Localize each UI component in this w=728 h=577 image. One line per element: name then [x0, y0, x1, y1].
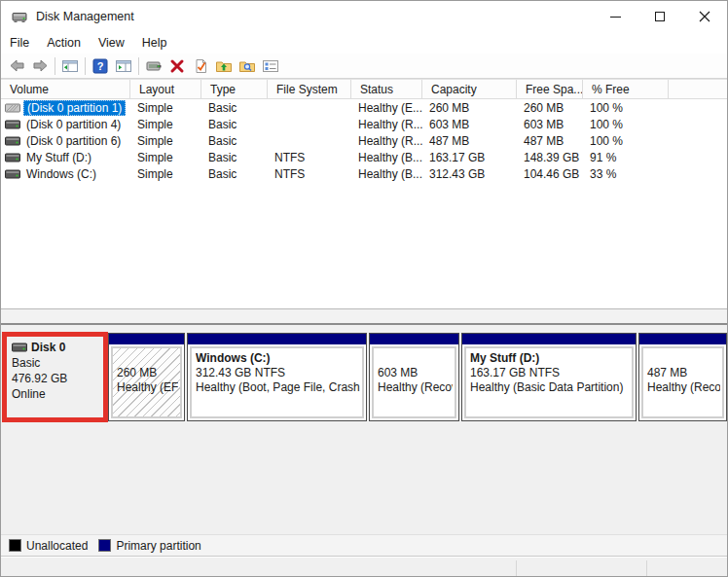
column-header-volume[interactable]: Volume	[1, 80, 130, 99]
volume-name-selected[interactable]: (Disk 0 partition 1)	[23, 100, 126, 116]
column-header-pct-free[interactable]: % Free	[583, 80, 669, 99]
column-header-type[interactable]: Type	[201, 80, 268, 99]
close-icon	[699, 11, 710, 22]
disk0-header-cell[interactable]: Disk 0 Basic 476.92 GB Online	[7, 337, 103, 417]
volume-cell: (Disk 0 partition 4)	[1, 118, 130, 131]
forward-icon	[32, 58, 49, 73]
forward-button[interactable]	[28, 55, 52, 77]
file-system-cell: NTFS	[268, 151, 351, 164]
partition-size: 163.17 GB NTFS	[470, 366, 630, 380]
free-space-cell: 260 MB	[517, 101, 583, 115]
primary-partition-bar	[370, 334, 458, 344]
partition-efi[interactable]: 260 MB Healthy (EFI	[108, 333, 185, 421]
capacity-cell: 163.17 GB	[422, 151, 517, 164]
table-row[interactable]: (Disk 0 partition 4) Simple Basic Health…	[1, 116, 727, 132]
partition-recovery-2[interactable]: 487 MB Healthy (Recov	[638, 333, 727, 421]
legend-item-primary-partition: Primary partition	[98, 539, 200, 553]
volume-name[interactable]: My Stuff (D:)	[23, 151, 94, 164]
type-cell: Basic	[201, 118, 268, 131]
title-bar: Disk Management	[1, 1, 727, 32]
table-row[interactable]: (Disk 0 partition 1) Simple Basic Health…	[1, 99, 727, 116]
column-header-status[interactable]: Status	[351, 80, 422, 99]
volume-name[interactable]: (Disk 0 partition 4)	[23, 118, 124, 131]
check-document-button[interactable]	[189, 55, 212, 77]
partition-body: My Stuff (D:) 163.17 GB NTFS Healthy (Ba…	[464, 346, 634, 418]
free-space-cell: 148.39 GB	[517, 151, 583, 164]
volume-table-header: Volume Layout Type File System Status Ca…	[1, 79, 727, 99]
folder-up-button[interactable]	[212, 55, 236, 77]
free-space-cell: 104.46 GB	[517, 167, 583, 181]
checklist-button[interactable]	[259, 55, 282, 77]
capacity-cell: 487 MB	[422, 134, 517, 148]
disk-name: Disk 0	[31, 340, 65, 355]
partition-icon	[5, 120, 20, 129]
disk-graphical-pane: Disk 0 Basic 476.92 GB Online 260 MB Hea…	[1, 325, 727, 534]
checklist-icon	[262, 58, 279, 74]
toolbar: ?	[1, 54, 727, 79]
partition-windows-c[interactable]: Windows (C:) 312.43 GB NTFS Healthy (Boo…	[187, 333, 367, 421]
delete-volume-button[interactable]	[165, 55, 189, 77]
column-header-filler	[669, 80, 727, 99]
table-row[interactable]: Windows (C:) Simple Basic NTFS Healthy (…	[1, 165, 727, 182]
partition-my-stuff-d[interactable]: My Stuff (D:) 163.17 GB NTFS Healthy (Ba…	[461, 333, 637, 421]
show-action-pane-button[interactable]	[112, 55, 135, 77]
status-cell: Healthy (B...	[351, 151, 422, 164]
pct-free-cell: 100 %	[583, 118, 669, 131]
show-console-tree-button[interactable]	[58, 55, 82, 77]
help-button[interactable]: ?	[89, 55, 112, 77]
legend-bar: Unallocated Primary partition	[1, 534, 727, 557]
pane-splitter[interactable]	[1, 309, 727, 325]
disk-drive-icon	[12, 9, 27, 24]
unallocated-swatch-icon	[9, 539, 21, 552]
partition-status: Healthy (Recov	[647, 380, 720, 395]
column-header-layout[interactable]: Layout	[130, 80, 201, 99]
volume-icon	[5, 153, 20, 162]
column-header-capacity[interactable]: Capacity	[422, 80, 517, 99]
folder-up-icon	[215, 58, 233, 74]
toolbar-separator	[138, 57, 139, 75]
menu-view[interactable]: View	[90, 34, 133, 52]
console-window-button[interactable]	[142, 55, 165, 77]
partition-recovery-1[interactable]: 603 MB Healthy (Recov	[369, 333, 459, 421]
folder-search-icon	[238, 58, 256, 74]
pct-free-cell: 100 %	[583, 101, 669, 115]
volume-name[interactable]: Windows (C:)	[23, 167, 99, 181]
type-cell: Basic	[201, 167, 268, 181]
partition-name: Windows (C:)	[196, 351, 360, 366]
maximize-button[interactable]	[637, 1, 682, 32]
partition-size: 312.43 GB NTFS	[196, 366, 360, 380]
layout-cell: Simple	[130, 134, 201, 148]
disk-size: 476.92 GB	[12, 371, 103, 386]
partition-body: 260 MB Healthy (EFI	[111, 346, 182, 418]
column-header-file-system[interactable]: File System	[268, 80, 351, 99]
partition-body: Windows (C:) 312.43 GB NTFS Healthy (Boo…	[190, 346, 364, 418]
partition-body: 487 MB Healthy (Recov	[641, 346, 724, 418]
menu-bar: File Action View Help	[1, 32, 727, 54]
volume-cell: Windows (C:)	[1, 167, 130, 181]
partition-name: My Stuff (D:)	[470, 351, 630, 366]
free-space-cell: 487 MB	[517, 134, 583, 148]
capacity-cell: 312.43 GB	[422, 167, 517, 181]
folder-search-button[interactable]	[236, 55, 259, 77]
back-button[interactable]	[5, 55, 28, 77]
minimize-button[interactable]	[593, 1, 637, 32]
table-row[interactable]: My Stuff (D:) Simple Basic NTFS Healthy …	[1, 149, 727, 165]
volume-cell: (Disk 0 partition 1)	[1, 100, 130, 116]
pct-free-cell: 91 %	[583, 151, 669, 164]
menu-file[interactable]: File	[1, 34, 38, 52]
primary-partition-bar	[462, 334, 636, 344]
primary-partition-bar	[188, 334, 366, 344]
partition-status: Healthy (Basic Data Partition)	[470, 380, 630, 395]
column-header-free-space[interactable]: Free Spa...	[517, 80, 583, 99]
partition-name	[378, 351, 453, 366]
table-row[interactable]: (Disk 0 partition 6) Simple Basic Health…	[1, 132, 727, 149]
disk-type: Basic	[12, 355, 103, 371]
primary-partition-bar	[109, 334, 184, 344]
menu-action[interactable]: Action	[38, 34, 90, 52]
show-console-tree-icon	[61, 58, 79, 74]
volume-name[interactable]: (Disk 0 partition 6)	[23, 134, 124, 148]
primary-partition-bar	[639, 334, 726, 344]
partition-status: Healthy (EFI	[117, 380, 178, 395]
close-button[interactable]	[682, 1, 727, 32]
menu-help[interactable]: Help	[133, 34, 176, 52]
